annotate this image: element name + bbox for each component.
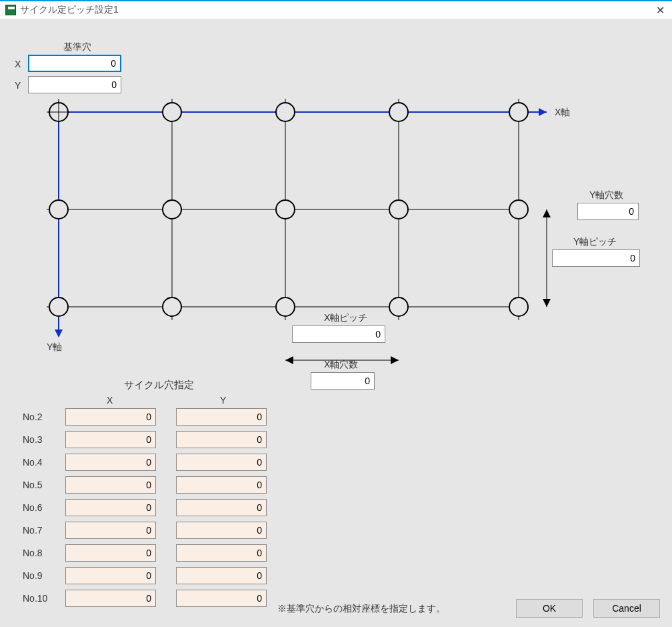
cycle-y-col: Y [220,395,226,406]
cycle-row-y-input[interactable] [176,544,267,562]
ref-hole-y-input[interactable] [28,76,121,93]
cycle-row-x-input[interactable] [65,590,156,607]
cycle-row-label: No.6 [23,502,43,513]
cycle-section-header: サイクル穴指定 [124,379,194,392]
svg-point-13 [163,103,181,121]
cycle-row-y-input[interactable] [176,499,267,516]
x-axis-label: X軸 [555,107,570,119]
app-icon [5,5,16,15]
svg-point-19 [276,200,295,219]
svg-point-24 [276,297,295,316]
x-pitch-label: X軸ピッチ [324,312,367,324]
client-area: 基準穴 X Y [0,19,672,627]
svg-point-20 [389,200,408,219]
cycle-row-x-input[interactable] [65,476,156,494]
cycle-row-y-input[interactable] [176,567,267,584]
svg-point-14 [276,103,295,121]
y-pitch-label: Y軸ピッチ [573,236,617,248]
svg-marker-33 [543,209,551,217]
cycle-row-y-input[interactable] [176,431,267,448]
svg-marker-31 [391,356,399,364]
cycle-row-y-input[interactable] [176,476,267,494]
cycle-row-label: No.3 [23,434,43,445]
cycle-row-label: No.7 [23,525,43,536]
cycle-row-label: No.2 [23,412,43,422]
y-pitch-input[interactable] [552,249,640,267]
close-icon[interactable]: ✕ [653,4,667,17]
svg-point-16 [509,103,528,121]
svg-point-15 [389,103,408,121]
cycle-row-y-input[interactable] [176,454,267,471]
svg-point-18 [163,200,181,219]
y-axis-label: Y軸 [47,342,62,354]
svg-point-23 [163,297,181,316]
cancel-button[interactable]: Cancel [593,599,660,618]
note-text: ※基準穴からの相対座標を指定します。 [277,603,445,615]
cycle-row-x-input[interactable] [65,431,156,448]
x-count-label: X軸穴数 [324,359,358,371]
ref-hole-y-label: Y [15,80,21,91]
cycle-row-x-input[interactable] [65,408,156,426]
svg-marker-34 [543,299,551,307]
cycle-row-label: No.5 [23,480,43,490]
svg-point-21 [509,200,528,219]
cycle-row-y-input[interactable] [176,522,267,539]
titlebar: サイクル定ピッチ設定1 ✕ [0,0,672,19]
y-count-input[interactable] [577,203,639,220]
window-title: サイクル定ピッチ設定1 [20,4,119,16]
ok-button[interactable]: OK [516,599,583,618]
svg-point-25 [389,297,408,316]
svg-point-26 [509,297,528,316]
cycle-row-x-input[interactable] [65,522,156,539]
svg-point-17 [49,200,68,219]
cycle-row-x-input[interactable] [65,454,156,471]
cycle-row-label: No.4 [23,457,43,468]
cycle-row-y-input[interactable] [176,408,267,426]
cycle-row-x-input[interactable] [65,544,156,562]
cycle-row-label: No.9 [23,570,43,581]
x-count-input[interactable] [311,372,375,390]
svg-point-22 [49,297,68,316]
y-count-label: Y軸穴数 [589,189,623,201]
svg-marker-11 [55,330,63,338]
ref-hole-x-label: X [15,59,21,69]
cycle-row-y-input[interactable] [176,590,267,607]
cycle-row-x-input[interactable] [65,567,156,584]
svg-marker-9 [539,108,547,116]
cycle-row-x-input[interactable] [65,499,156,516]
cycle-x-col: X [107,395,113,406]
cycle-row-label: No.8 [23,548,43,558]
cycle-row-label: No.10 [23,593,47,604]
x-pitch-input[interactable] [292,326,385,343]
ref-hole-label: 基準穴 [63,41,91,53]
ref-hole-x-input[interactable] [28,55,121,72]
svg-marker-30 [285,356,293,364]
